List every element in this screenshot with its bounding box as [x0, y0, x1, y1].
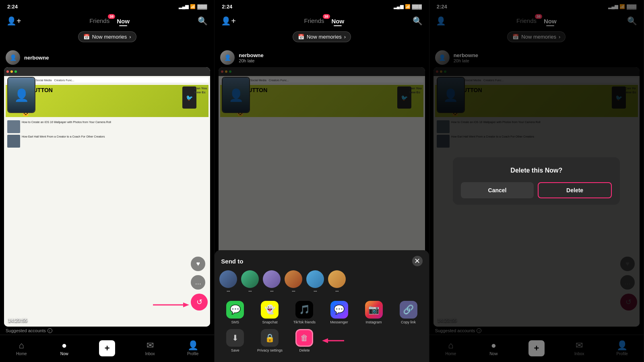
friends-tab-2[interactable]: Friends [304, 17, 324, 24]
article-text-1: How to Create an iOS 16 Wallpaper with P… [22, 120, 111, 124]
utils-grid: ⬇ Save 🔒 Privacy settings 🗑 Delete [215, 327, 429, 354]
privacy-label: Privacy settings [257, 348, 283, 352]
now-icon-1: ● [62, 340, 67, 351]
signal-icon-1: ▂▄▆ [179, 4, 188, 9]
inbox-nav-1[interactable]: ✉ Inbox [128, 340, 171, 356]
wifi-icon-1: 📶 [190, 4, 196, 9]
friends-tab-1[interactable]: Friends [89, 17, 109, 24]
friend-4: ••• [285, 270, 302, 293]
battery-icon-2: ▓▓▓ [412, 4, 422, 9]
battery-icon-1: ▓▓▓ [197, 4, 207, 9]
delete-util[interactable]: 🗑 Delete [289, 329, 320, 352]
tweet-sub-1: EDIT T BUTTONBUTTON [8, 93, 206, 102]
instagram-app[interactable]: 📷 Instagram [358, 301, 390, 324]
instagram-label: Instagram [366, 320, 382, 324]
instagram-icon: 📷 [365, 301, 383, 319]
user-row-1: 👤 nerbowne [0, 48, 214, 67]
messenger-icon: 💬 [330, 301, 348, 319]
top-nav-1: 👤+ Friends 38 Now 🔍 [0, 11, 214, 31]
user-info-1: nerbowne [24, 55, 49, 61]
status-icons-2: ▂▄▆ 📶 ▓▓▓ [394, 4, 422, 9]
article-item-1: How to Create an iOS 16 Wallpaper with P… [7, 120, 207, 133]
inbox-label-1: Inbox [145, 352, 155, 356]
cam-face-1: 👤 [8, 78, 35, 112]
camera-overlay-2: 👤 [222, 77, 250, 113]
share-btn-1[interactable]: ↺ [191, 294, 208, 311]
video-thumb-1: 👤 All PostsEducationSocial MediaCreators… [4, 67, 210, 327]
profile-icon-1: 👤 [188, 340, 198, 351]
browser-bar-2 [219, 67, 425, 76]
comment-btn-1[interactable]: … [191, 275, 205, 290]
apps-grid: 💬 SMS 👻 Snapchat 🎵 TikTok friends 💬 Mess… [215, 298, 429, 327]
status-icons-1: ▂▄▆ 📶 ▓▓▓ [179, 4, 207, 9]
delete-confirm-button[interactable]: Delete [538, 182, 612, 198]
delete-dialog-title: Delete this Now? [461, 167, 612, 174]
friends-badge-2: 38 [323, 14, 330, 19]
copylink-icon: 🔗 [400, 301, 417, 319]
can-you-text-1: Can YouNew Ec [194, 86, 207, 94]
search-icon-2[interactable]: 🔍 [413, 16, 423, 26]
status-bar-2: 2:24 ▂▄▆ 📶 ▓▓▓ [215, 0, 429, 11]
nav-tabs-2: Friends 38 Now [304, 17, 344, 25]
save-util[interactable]: ⬇ Save [219, 329, 251, 352]
username-2: nerbowne [239, 52, 263, 58]
now-nav-1[interactable]: ● Now [43, 340, 85, 356]
snapchat-app[interactable]: 👻 Snapchat [254, 301, 285, 324]
chevron-right-icon-2: › [344, 34, 346, 40]
memories-btn-1[interactable]: 📅 Now memories › [78, 31, 136, 42]
delete-icon: 🗑 [295, 329, 313, 347]
tiktok-app[interactable]: 🎵 TikTok friends [289, 301, 320, 324]
time-2: 2:24 [222, 4, 232, 10]
profile-label-1: Profile [187, 352, 198, 356]
friend-1: ••• [219, 270, 237, 293]
calendar-icon-2: 📅 [298, 34, 304, 40]
share-header: Send to ✕ [215, 250, 429, 270]
article-item-2: How Earl Hall Went From a Creator to a C… [7, 135, 207, 148]
article-thumb-2 [7, 135, 20, 148]
privacy-util[interactable]: 🔒 Privacy settings [254, 329, 285, 352]
screen-content-1: 👤 All PostsEducationSocial MediaCreators… [4, 67, 210, 327]
inbox-icon-1: ✉ [147, 340, 154, 351]
plus-nav-1[interactable]: + [86, 340, 128, 356]
content-area-1: 👤 All PostsEducationSocial MediaCreators… [4, 67, 210, 327]
bottom-nav-1: ⌂ Home ● Now + ✉ Inbox 👤 Profile [0, 335, 214, 362]
panel-2: 2:24 ▂▄▆ 📶 ▓▓▓ 👤+ Friends 38 Now 🔍 📅 Now… [215, 0, 429, 362]
timestamp-1: 14:23:55 [8, 318, 27, 323]
sms-icon: 💬 [226, 301, 244, 319]
username-1: nerbowne [24, 55, 49, 61]
now-tab-1[interactable]: Now [117, 18, 130, 25]
memories-btn-2[interactable]: 📅 Now memories › [293, 31, 351, 42]
user-info-2: nerbowne 20h late [239, 52, 263, 63]
info-icon-1: i [47, 328, 52, 333]
save-label: Save [231, 348, 239, 352]
svg-marker-2 [322, 338, 328, 343]
avatar-2: 👤 [220, 50, 235, 65]
close-share-btn[interactable]: ✕ [412, 256, 423, 266]
panel-1: 2:24 ▂▄▆ 📶 ▓▓▓ 👤+ Friends 38 Now 🔍 📅 Now… [0, 0, 215, 362]
copylink-label: Copy link [401, 320, 416, 324]
add-friend-icon-1[interactable]: 👤+ [6, 16, 21, 26]
delete-label: Delete [299, 348, 310, 352]
tweet-banner-1: TWEET BUTTON EDIT T BUTTONBUTTON 🐦 Can Y… [6, 85, 208, 117]
home-label-1: Home [16, 352, 27, 356]
share-title: Send to [221, 258, 243, 265]
plus-btn-1[interactable]: + [99, 340, 115, 356]
messenger-app[interactable]: 💬 Messenger [323, 301, 355, 324]
search-icon-1[interactable]: 🔍 [198, 16, 208, 26]
add-friend-icon-2[interactable]: 👤+ [221, 16, 236, 26]
cancel-button[interactable]: Cancel [461, 182, 534, 198]
snapchat-icon: 👻 [261, 301, 279, 319]
heart-btn-1[interactable]: ♥ [191, 257, 205, 271]
sms-app[interactable]: 💬 SMS [219, 301, 251, 324]
sms-label: SMS [231, 320, 239, 324]
website-body-1: All PostsEducationSocial MediaCreators F… [4, 76, 210, 327]
now-label-1: Now [60, 352, 68, 356]
copylink-app[interactable]: 🔗 Copy link [393, 301, 424, 324]
action-buttons-1: ♥ … ↺ [191, 257, 208, 311]
tweet-title-1: TWEET BUTTON [8, 87, 206, 93]
profile-nav-1[interactable]: 👤 Profile [171, 340, 214, 356]
twitter-logo-1: 🐦 [186, 95, 193, 101]
friend-5: ••• [306, 270, 324, 293]
now-tab-2[interactable]: Now [332, 18, 345, 25]
home-nav-1[interactable]: ⌂ Home [0, 340, 43, 356]
